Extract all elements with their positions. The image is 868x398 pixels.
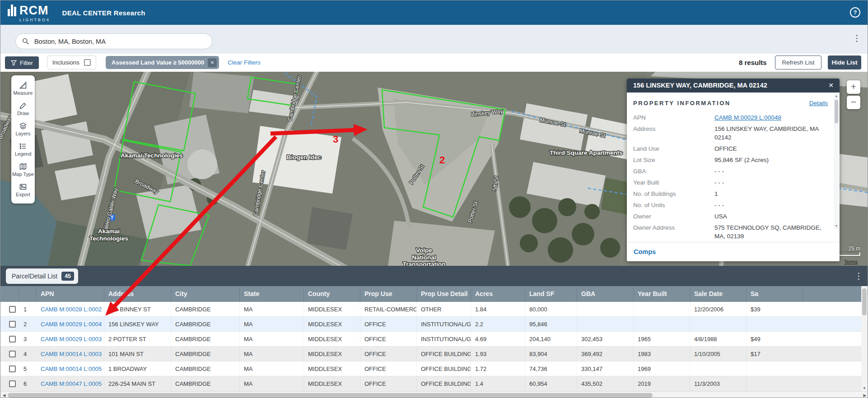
- property-info-popup: 156 LINSKEY WAY, CAMBRIDGE, MA 02142 ✕ P…: [627, 79, 840, 261]
- refresh-list-button[interactable]: Refresh List: [775, 56, 821, 69]
- acres-cell: 4.69: [471, 332, 525, 347]
- header-checkbox-spacer: [0, 286, 19, 302]
- property-value: 95,846 SF (2 Acres): [714, 156, 828, 164]
- parcel-detail-list-tab[interactable]: ParcelDetail List 45: [6, 268, 78, 284]
- popup-header: 156 LINSKEY WAY, CAMBRIDGE, MA 02142 ✕: [627, 79, 840, 93]
- apn-link[interactable]: CAMB M:00029 L:0004: [37, 317, 104, 332]
- legend-tool[interactable]: Legend: [11, 139, 35, 159]
- filter-chip-label: Assessed Land Value ≥ 50000000: [112, 59, 204, 66]
- col-sale-date[interactable]: Sale Date: [690, 286, 747, 302]
- col-city[interactable]: City: [171, 286, 240, 302]
- property-value: USA: [714, 212, 828, 221]
- row-checkbox[interactable]: [9, 306, 16, 313]
- layers-tool[interactable]: Layers: [11, 119, 35, 139]
- scroll-down-icon[interactable]: ▼: [834, 223, 839, 229]
- search-input[interactable]: [34, 38, 205, 45]
- zoom-out-button[interactable]: −: [847, 96, 860, 109]
- row-checkbox[interactable]: [9, 366, 16, 372]
- col-land-sf[interactable]: Land SF: [525, 286, 577, 302]
- col-prop-use[interactable]: Prop Use: [360, 286, 417, 302]
- hscroll-left-icon[interactable]: ◀: [0, 392, 8, 398]
- col-year-built[interactable]: Year Built: [634, 286, 690, 302]
- filter-button-label: Filter: [20, 60, 33, 66]
- col-apn[interactable]: APN: [37, 286, 104, 302]
- popup-scroll-thumb[interactable]: [835, 100, 838, 123]
- col-gba[interactable]: GBA: [577, 286, 634, 302]
- filter-button[interactable]: Filter: [5, 56, 39, 69]
- table-row[interactable]: 4 CAMB M:00014 L:0003 101 MAIN ST CAMBRI…: [0, 347, 862, 361]
- year-built-cell: [634, 317, 690, 332]
- land-sf-cell: 74,736: [525, 361, 577, 376]
- col-county[interactable]: County: [304, 286, 360, 302]
- details-link[interactable]: Details: [809, 100, 828, 106]
- acres-cell: 1.93: [471, 347, 525, 361]
- scroll-up-icon[interactable]: ▲: [834, 93, 839, 99]
- apn-link[interactable]: CAMB M:00014 L:0005: [37, 361, 104, 376]
- vscroll-thumb[interactable]: [862, 288, 867, 315]
- map-canvas[interactable]: T Cambridge Center Cambridge Center Lins…: [0, 72, 868, 266]
- col-prop-use-detail[interactable]: Prop Use Detail: [417, 286, 471, 302]
- export-tool[interactable]: Export: [11, 180, 35, 200]
- comps-link[interactable]: Comps: [634, 248, 656, 255]
- col-sale-price[interactable]: Sa: [747, 286, 803, 302]
- apn-link[interactable]: CAMB M:00014 L:0003: [37, 347, 104, 361]
- apn-link[interactable]: CAMB M:00028 L:0002: [37, 302, 104, 317]
- row-checkbox[interactable]: [9, 380, 16, 387]
- land-sf-cell: 204,140: [525, 332, 577, 347]
- map-scale-label: 25 m: [848, 245, 860, 252]
- address-cell: 1 BROADWAY: [104, 361, 171, 376]
- clear-filters-link[interactable]: Clear Filters: [228, 59, 261, 66]
- city-cell: CAMBRIDGE: [171, 332, 240, 347]
- apn-link[interactable]: CAMB M:00029 L:0003: [37, 332, 104, 347]
- popup-footer: Comps: [627, 242, 840, 261]
- table-header-row: APN Address City State County Prop Use P…: [0, 286, 862, 302]
- pencil-icon: [19, 102, 27, 110]
- hscroll-thumb[interactable]: [8, 393, 653, 398]
- measure-tool[interactable]: Measure: [11, 78, 35, 98]
- table-row[interactable]: 5 CAMB M:00014 L:0005 1 BROADWAY CAMBRID…: [0, 361, 862, 376]
- search-menu-kebab-icon[interactable]: ⋮: [853, 34, 861, 42]
- inclusions-label: Inclusions: [52, 59, 79, 66]
- sale-date-cell: 11/3/2003: [690, 376, 747, 391]
- gba-cell: 330,147: [577, 361, 634, 376]
- hide-list-button[interactable]: Hide List: [828, 56, 861, 69]
- popup-scrollbar[interactable]: ▲ ▼: [834, 93, 839, 229]
- apn-link[interactable]: CAMB M:00047 L:0005: [37, 376, 104, 391]
- zoom-in-button[interactable]: +: [847, 80, 860, 94]
- hscroll-right-icon[interactable]: ▶: [861, 392, 868, 398]
- list-menu-kebab-icon[interactable]: ⋮: [854, 272, 863, 280]
- results-count: 8 results: [739, 59, 767, 66]
- map-type-tool[interactable]: Map Type: [11, 159, 35, 180]
- draw-tool[interactable]: Draw: [11, 98, 35, 119]
- map-marker-3[interactable]: 3: [333, 134, 338, 145]
- filter-chip[interactable]: Assessed Land Value ≥ 50000000 ✕: [106, 56, 219, 69]
- inclusions-checkbox[interactable]: [84, 59, 91, 66]
- table-row[interactable]: 2 CAMB M:00029 L:0004 156 LINSKEY WAY CA…: [0, 317, 862, 332]
- property-value: 575 TECHNOLOGY SQ, CAMBRIDGE, MA, 02139: [714, 223, 828, 241]
- help-icon[interactable]: ?: [850, 7, 860, 18]
- row-checkbox[interactable]: [9, 321, 16, 328]
- table-vertical-scrollbar[interactable]: ▼: [861, 286, 868, 391]
- prop-use-detail-cell: OFFICE BUILDING: [417, 347, 471, 361]
- vscroll-down-icon[interactable]: ▼: [861, 386, 868, 390]
- map-marker-2[interactable]: 2: [439, 154, 445, 166]
- row-number: 1: [19, 302, 37, 317]
- col-address[interactable]: Address: [104, 286, 171, 302]
- close-icon[interactable]: ✕: [828, 79, 834, 93]
- row-checkbox[interactable]: [9, 336, 16, 342]
- table-row[interactable]: 1 CAMB M:00028 L:0002 225 BINNEY ST CAMB…: [0, 302, 862, 317]
- state-cell: MA: [240, 347, 304, 361]
- top-header: RCM LIGHTBOX DEAL CENTER Research ?: [0, 0, 868, 25]
- row-checkbox[interactable]: [9, 351, 16, 357]
- property-value: - - -: [714, 201, 828, 209]
- prop-use-cell: RETAIL-COMMERCIAL: [360, 302, 417, 317]
- property-value: CAMB M:00029 L:00048: [714, 113, 828, 122]
- table-row[interactable]: 3 CAMB M:00029 L:0003 2 POTTER ST CAMBRI…: [0, 332, 862, 347]
- table-row[interactable]: 6 CAMB M:00047 L:0005 226-254 MAIN ST CA…: [0, 376, 862, 391]
- rcm-lightbox-logo[interactable]: RCM LIGHTBOX: [8, 4, 51, 22]
- col-acres[interactable]: Acres: [471, 286, 525, 302]
- map-terms-link[interactable]: Terms: [844, 259, 858, 264]
- filter-chip-remove-icon[interactable]: ✕: [208, 58, 217, 67]
- col-state[interactable]: State: [240, 286, 304, 302]
- table-horizontal-scrollbar[interactable]: ◀ ▶: [0, 391, 868, 398]
